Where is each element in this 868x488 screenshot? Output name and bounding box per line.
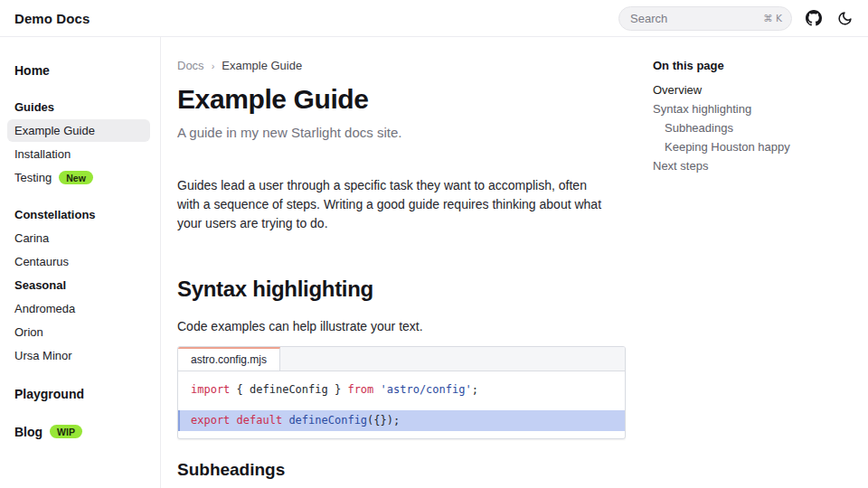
heading-subheadings: Subheadings bbox=[177, 460, 609, 480]
sidebar-item-label: Centaurus bbox=[14, 255, 69, 268]
code-line-1: import { defineConfig } from 'astro/conf… bbox=[178, 380, 625, 399]
sidebar-item-label: Orion bbox=[14, 325, 43, 339]
sidebar-item-andromeda[interactable]: Andromeda bbox=[7, 297, 150, 320]
code-token-plain bbox=[373, 383, 380, 396]
code-token-keyword: export default bbox=[191, 414, 282, 427]
breadcrumb: Docs › Example Guide bbox=[177, 59, 609, 72]
sidebar-group-constellations: Constellations bbox=[7, 203, 150, 226]
breadcrumb-docs-link[interactable]: Docs bbox=[177, 59, 204, 72]
code-intro-paragraph: Code examples can help illustrate your t… bbox=[177, 319, 609, 333]
code-token-plain: ; bbox=[472, 383, 478, 396]
code-token-keyword: from bbox=[347, 383, 373, 396]
sidebar-item-label: Playground bbox=[14, 387, 84, 401]
search-input[interactable] bbox=[630, 12, 763, 25]
sidebar-item-label: Carina bbox=[14, 231, 49, 245]
sidebar-item-centaurus[interactable]: Centaurus bbox=[7, 250, 150, 273]
sidebar-item-label: Installation bbox=[14, 147, 71, 161]
new-badge: New bbox=[59, 171, 93, 185]
code-token-function: defineConfig bbox=[288, 414, 367, 427]
wip-badge: WIP bbox=[50, 425, 82, 439]
code-token-keyword: import bbox=[191, 383, 230, 396]
code-token-string: 'astro/config' bbox=[381, 383, 472, 396]
site-title[interactable]: Demo Docs bbox=[14, 11, 90, 26]
chevron-right-icon: › bbox=[212, 61, 215, 71]
sidebar-group-label: Guides bbox=[14, 100, 54, 114]
intro-paragraph: Guides lead a user through a specific ta… bbox=[177, 176, 604, 233]
page-title: Example Guide bbox=[177, 84, 609, 115]
sidebar-item-label: Testing bbox=[14, 171, 52, 184]
sidebar-item-label: Blog bbox=[14, 425, 42, 439]
sidebar-item-label: Home bbox=[14, 63, 50, 78]
sidebar-nav: Home Guides Example Guide Installation T… bbox=[0, 37, 161, 488]
github-icon bbox=[806, 10, 822, 26]
code-block: astro.config.mjs import { defineConfig }… bbox=[177, 346, 626, 439]
moon-icon bbox=[837, 11, 853, 26]
toc-title: On this page bbox=[653, 59, 868, 72]
sidebar-item-label: Ursa Minor bbox=[14, 349, 72, 362]
page-lead: A guide in my new Starlight docs site. bbox=[177, 125, 609, 140]
sidebar-group-guides: Guides bbox=[7, 96, 150, 118]
sidebar-group-seasonal: Seasonal bbox=[7, 274, 150, 296]
code-body: import { defineConfig } from 'astro/conf… bbox=[178, 371, 625, 438]
code-tab-astro-config[interactable]: astro.config.mjs bbox=[178, 347, 280, 371]
code-token-plain: { defineConfig } bbox=[230, 383, 347, 396]
sidebar-item-label: Example Guide bbox=[14, 124, 95, 137]
code-tab-bar: astro.config.mjs bbox=[178, 347, 625, 371]
heading-syntax-highlighting: Syntax highlighting bbox=[177, 277, 609, 302]
toc-item-syntax-highlighting[interactable]: Syntax highlighting bbox=[653, 99, 868, 118]
toc-item-subheadings[interactable]: Subheadings bbox=[653, 118, 868, 137]
search-button[interactable]: ⌘ K bbox=[618, 6, 792, 31]
code-line-2-highlighted: export default defineConfig({}); bbox=[178, 410, 625, 431]
github-link[interactable] bbox=[805, 9, 823, 27]
sidebar-item-example-guide[interactable]: Example Guide bbox=[7, 119, 150, 142]
sidebar-item-carina[interactable]: Carina bbox=[7, 227, 150, 249]
sidebar-group-label: Seasonal bbox=[14, 278, 66, 292]
sidebar-item-home[interactable]: Home bbox=[7, 59, 150, 81]
sidebar-item-orion[interactable]: Orion bbox=[7, 321, 150, 343]
sidebar-item-testing[interactable]: TestingNew bbox=[7, 166, 150, 189]
sidebar-item-blog[interactable]: BlogWIP bbox=[7, 420, 150, 443]
sidebar-item-playground[interactable]: Playground bbox=[7, 382, 150, 405]
code-token-plain: ({}); bbox=[367, 414, 400, 427]
table-of-contents: On this page Overview Syntax highlightin… bbox=[626, 37, 868, 488]
theme-toggle[interactable] bbox=[835, 9, 854, 27]
header-actions: ⌘ K bbox=[618, 6, 854, 31]
breadcrumb-current: Example Guide bbox=[222, 59, 302, 72]
sidebar-item-ursa-minor[interactable]: Ursa Minor bbox=[7, 344, 150, 367]
article: Docs › Example Guide Example Guide A gui… bbox=[161, 37, 626, 488]
toc-item-next-steps[interactable]: Next steps bbox=[653, 156, 868, 175]
page-body: Home Guides Example Guide Installation T… bbox=[0, 37, 868, 488]
toc-item-overview[interactable]: Overview bbox=[653, 80, 868, 99]
toc-item-keeping-houston-happy[interactable]: Keeping Houston happy bbox=[653, 137, 868, 156]
site-header: Demo Docs ⌘ K bbox=[0, 0, 868, 37]
sidebar-item-installation[interactable]: Installation bbox=[7, 143, 150, 165]
search-shortcut: ⌘ K bbox=[763, 13, 782, 23]
sidebar-item-label: Andromeda bbox=[14, 302, 75, 315]
sidebar-group-label: Constellations bbox=[14, 208, 96, 221]
